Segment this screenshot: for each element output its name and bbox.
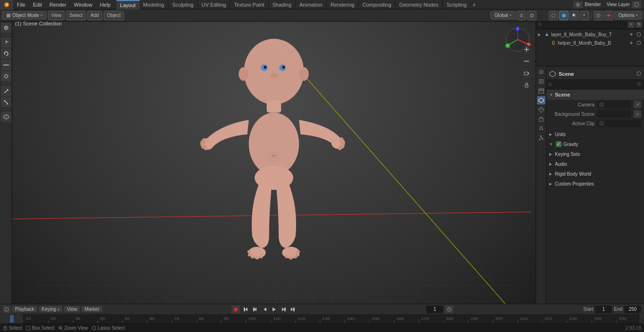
- render-icon-2[interactable]: [636, 40, 642, 46]
- viewport-mode-btn[interactable]: Object Mode ▾: [2, 11, 47, 19]
- props-tab-object[interactable]: [537, 115, 545, 123]
- playback-btn[interactable]: Playback: [12, 306, 37, 312]
- visibility-icon-1[interactable]: [628, 31, 635, 38]
- proportional-btn[interactable]: [527, 11, 537, 20]
- viewport-view-btn[interactable]: View: [48, 11, 65, 20]
- tree-item-helper[interactable]: helper_8_Month_Baby_B: [536, 39, 644, 47]
- global-transform-btn[interactable]: Global ▾: [490, 11, 516, 19]
- nav-camera[interactable]: [521, 68, 532, 79]
- workspace-tab-geometrynodes[interactable]: Geometry Nodes: [396, 0, 443, 9]
- bg-scene-btn[interactable]: [634, 110, 641, 118]
- workspace-tab-compositing[interactable]: Compositing: [359, 0, 396, 9]
- active-clip-value[interactable]: [597, 120, 641, 127]
- workspace-tab-sculpting[interactable]: Sculpting: [168, 0, 198, 9]
- jump-start-btn[interactable]: [242, 306, 249, 313]
- props-tab-scene[interactable]: [537, 96, 545, 105]
- units-header[interactable]: ▶ Units: [546, 130, 644, 139]
- scene-section-title[interactable]: ▼ Scene: [546, 89, 644, 100]
- tool-scale[interactable]: [1, 60, 11, 70]
- menu-edit[interactable]: Edit: [29, 0, 46, 9]
- props-tab-world[interactable]: [537, 105, 545, 114]
- viewport-shading-render[interactable]: [580, 11, 589, 20]
- workspace-tab-scripting[interactable]: Scripting: [443, 0, 471, 9]
- overlay-btn[interactable]: [594, 11, 603, 20]
- snap-btn[interactable]: [517, 11, 526, 20]
- fps-btn[interactable]: [445, 305, 454, 314]
- workspace-tab-modeling[interactable]: Modeling: [140, 0, 169, 9]
- viewport-select-btn[interactable]: Select: [66, 11, 86, 20]
- 3d-viewport[interactable]: User Perspective (1) Scene Collection Z …: [12, 9, 536, 304]
- props-search-input[interactable]: [554, 82, 635, 87]
- gravity-header[interactable]: ▼ Gravity: [546, 139, 644, 149]
- audio-header[interactable]: ▶ Audio: [546, 159, 644, 169]
- scene-selector[interactable]: [573, 1, 583, 8]
- tree-item-layer[interactable]: ▶ layer_8_Month_Baby_Boy_T: [536, 30, 644, 39]
- camera-eyedropper[interactable]: [634, 101, 641, 108]
- visibility-icon-2[interactable]: [628, 40, 635, 46]
- viewport-object-btn[interactable]: Object: [104, 11, 124, 20]
- rigid-body-header[interactable]: ▶ Rigid Body World: [546, 169, 644, 178]
- nav-zoom-in[interactable]: [521, 45, 532, 55]
- gravity-checkbox[interactable]: [556, 141, 561, 147]
- props-tab-view-layer[interactable]: [537, 87, 545, 95]
- options-btn[interactable]: Options ▾: [614, 11, 642, 19]
- menu-render[interactable]: Render: [46, 0, 70, 9]
- step-back-btn[interactable]: [251, 306, 259, 313]
- footer-lasso-select[interactable]: Lasso Select: [91, 325, 124, 331]
- play-back-btn[interactable]: [261, 306, 268, 313]
- tool-transform[interactable]: [1, 71, 11, 81]
- outliner-display-mode[interactable]: ≡: [628, 21, 635, 28]
- workspace-tab-uvediting[interactable]: UV Editing: [198, 0, 230, 9]
- props-search-opts[interactable]: [636, 81, 642, 88]
- nav-lock[interactable]: [521, 80, 532, 90]
- nav-zoom-out[interactable]: [521, 57, 532, 67]
- viewport-shading-solid[interactable]: [559, 11, 569, 20]
- record-btn[interactable]: [231, 305, 240, 314]
- keying-btn[interactable]: Keying ▾: [39, 306, 62, 312]
- tool-measure[interactable]: [1, 97, 11, 107]
- ruler-scroll-right[interactable]: [638, 314, 644, 324]
- workspace-tab-add[interactable]: +: [471, 1, 478, 8]
- tool-annotate[interactable]: [1, 86, 11, 96]
- props-tab-particle[interactable]: [537, 134, 545, 142]
- workspace-tab-texturepaint[interactable]: Texture Paint: [230, 0, 268, 9]
- step-fwd-btn[interactable]: [280, 306, 287, 313]
- workspace-tab-shading[interactable]: Shading: [269, 0, 296, 9]
- play-btn[interactable]: [270, 306, 278, 313]
- workspace-tab-rendering[interactable]: Rendering: [327, 0, 359, 9]
- footer-zoom-view[interactable]: Zoom View: [58, 325, 88, 331]
- outliner-sort[interactable]: ⇅: [636, 21, 642, 28]
- viewport-add-btn[interactable]: Add: [87, 11, 102, 20]
- menu-help[interactable]: Help: [96, 0, 115, 9]
- tool-move[interactable]: [1, 37, 11, 48]
- view-btn[interactable]: View: [64, 306, 80, 312]
- custom-props-header[interactable]: ▶ Custom Properties: [546, 179, 644, 188]
- render-icon-1[interactable]: [636, 31, 642, 38]
- viewport-shading-wire[interactable]: [549, 11, 558, 20]
- bg-scene-value[interactable]: [597, 110, 631, 118]
- camera-value[interactable]: [597, 101, 631, 108]
- outliner-search-input[interactable]: [542, 22, 628, 27]
- props-tab-render[interactable]: [537, 68, 545, 76]
- timeline-ruler[interactable]: 10 20 30 40 50 60 70 80 90: [0, 314, 644, 324]
- tool-rotate[interactable]: [1, 49, 11, 59]
- start-frame[interactable]: 1: [595, 306, 612, 313]
- gizmo-btn[interactable]: [604, 11, 613, 20]
- footer-select[interactable]: Select: [3, 325, 22, 331]
- props-pin[interactable]: [636, 71, 641, 77]
- keying-sets-header[interactable]: ▶ Keying Sets: [546, 149, 644, 159]
- current-frame[interactable]: 1: [426, 306, 443, 313]
- render-btn[interactable]: [632, 1, 641, 8]
- jump-end-btn[interactable]: [289, 306, 297, 313]
- menu-file[interactable]: File: [13, 0, 29, 9]
- end-frame[interactable]: 250: [624, 306, 641, 313]
- workspace-tab-layout[interactable]: Layout: [116, 0, 140, 9]
- props-tab-modifier[interactable]: [537, 124, 545, 133]
- footer-box-select[interactable]: Box Select: [26, 325, 55, 331]
- props-tab-output[interactable]: [537, 77, 545, 86]
- menu-window[interactable]: Window: [70, 0, 96, 9]
- workspace-tab-animation[interactable]: Animation: [296, 0, 327, 9]
- tool-add-cube[interactable]: [1, 112, 11, 122]
- viewport-shading-material[interactable]: [570, 11, 579, 20]
- timeline-mode-btn[interactable]: [3, 306, 10, 313]
